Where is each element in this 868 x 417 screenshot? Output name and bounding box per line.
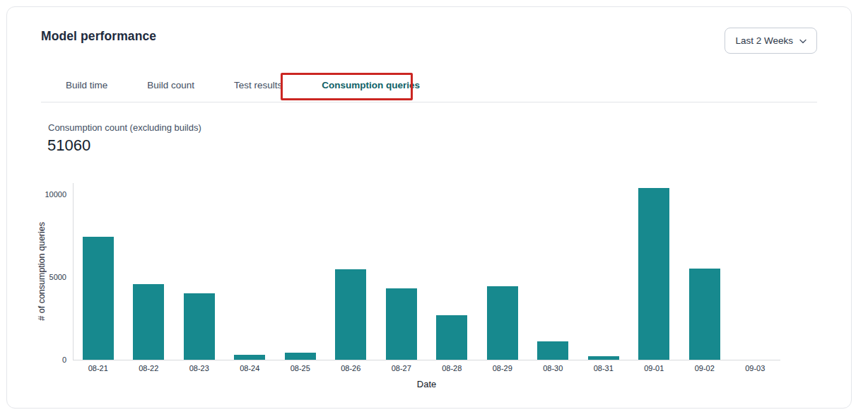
x-tick-label: 08-26	[326, 364, 377, 372]
date-range-dropdown[interactable]: Last 2 Weeks	[725, 28, 817, 54]
tab-test-results[interactable]: Test results	[231, 78, 285, 92]
tabs-divider	[41, 102, 817, 102]
consumption-queries-chart: # of consumption queries 0500010000 08-2…	[7, 7, 852, 409]
page-title: Model performance	[41, 29, 156, 44]
bar-08-31[interactable]	[588, 356, 619, 360]
bar-slot	[730, 183, 781, 360]
metric-label: Consumption count (excluding builds)	[48, 122, 201, 133]
x-tick-label: 08-30	[528, 364, 579, 372]
bar-08-21[interactable]	[83, 237, 114, 360]
model-performance-card: Model performance Last 2 Weeks Build tim…	[6, 6, 852, 409]
y-axis-title: # of consumption queries	[35, 183, 48, 360]
date-range-value: Last 2 Weeks	[735, 35, 793, 46]
bar-slot	[578, 183, 629, 360]
bar-slot	[629, 183, 680, 360]
x-tick-label: 08-28	[427, 364, 478, 372]
y-tick-label: 5000	[27, 272, 66, 282]
bar-08-25[interactable]	[285, 353, 316, 360]
bar-slot	[427, 183, 478, 360]
tab-bar: Build time Build count Test results Cons…	[63, 78, 423, 92]
x-tick-label: 08-27	[376, 364, 427, 372]
bar-08-28[interactable]	[436, 315, 467, 360]
metric-value: 51060	[47, 136, 90, 155]
bar-slot	[73, 183, 124, 360]
tab-build-time[interactable]: Build time	[63, 78, 110, 92]
bar-slot	[477, 183, 528, 360]
bar-08-29[interactable]	[487, 286, 518, 360]
bar-08-30[interactable]	[537, 341, 568, 360]
bar-08-22[interactable]	[133, 284, 164, 360]
y-tick-label: 0	[27, 355, 66, 365]
x-tick-label: 08-29	[477, 364, 528, 372]
y-axis-ticks: 0500010000	[27, 7, 66, 409]
bar-slot	[679, 183, 730, 360]
x-tick-label: 08-24	[225, 364, 276, 372]
x-tick-label: 09-03	[730, 364, 781, 372]
x-tick-label: 08-22	[124, 364, 175, 372]
x-axis-title: Date	[73, 379, 780, 389]
tab-build-count[interactable]: Build count	[144, 78, 197, 92]
tab-consumption-queries[interactable]: Consumption queries	[319, 78, 423, 92]
bar-slot	[326, 183, 377, 360]
bar-08-27[interactable]	[386, 288, 417, 360]
bar-series	[73, 183, 780, 360]
chevron-down-icon	[799, 39, 807, 44]
bar-slot	[275, 183, 326, 360]
bar-09-02[interactable]	[689, 269, 720, 360]
x-tick-label: 09-01	[629, 364, 680, 372]
bar-slot	[225, 183, 276, 360]
bar-08-24[interactable]	[234, 355, 265, 360]
bar-slot	[376, 183, 427, 360]
x-tick-label: 09-02	[679, 364, 730, 372]
x-tick-label: 08-23	[174, 364, 225, 372]
bar-slot	[174, 183, 225, 360]
x-axis-line	[73, 360, 780, 360]
bar-08-23[interactable]	[184, 293, 215, 360]
x-tick-label: 08-31	[578, 364, 629, 372]
bar-slot	[528, 183, 579, 360]
bar-09-01[interactable]	[638, 188, 669, 360]
bar-08-26[interactable]	[335, 269, 366, 360]
bar-slot	[124, 183, 175, 360]
x-tick-label: 08-25	[275, 364, 326, 372]
x-axis-tick-labels: 08-2108-2208-2308-2408-2508-2608-2708-28…	[73, 364, 780, 372]
x-tick-label: 08-21	[73, 364, 124, 372]
y-tick-label: 10000	[27, 189, 66, 199]
